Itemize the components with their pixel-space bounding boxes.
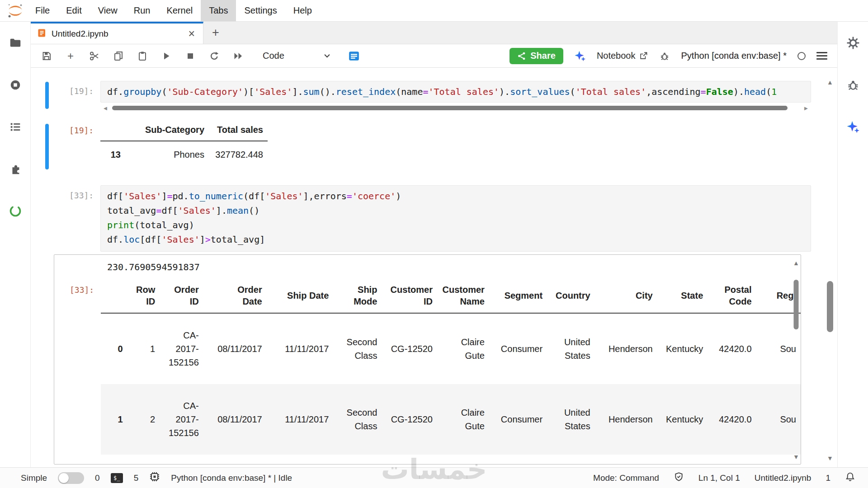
command-mode-indicator[interactable]: Mode: Command	[593, 473, 659, 483]
cursor-position[interactable]: Ln 1, Col 1	[698, 473, 740, 483]
tab-close-icon[interactable]: ×	[186, 28, 197, 39]
scroll-left-icon[interactable]: ◄	[100, 105, 110, 112]
table-cell: 327782.448	[209, 141, 268, 168]
row-index: 1	[101, 384, 127, 455]
table-cell: 08/11/2017	[203, 384, 267, 455]
cut-cell-icon[interactable]	[89, 50, 100, 62]
kernels-count[interactable]: 5	[134, 473, 139, 483]
kernel-status-icon[interactable]	[797, 52, 806, 60]
scroll-down-icon[interactable]: ▼	[826, 455, 835, 462]
add-cell-icon[interactable]: +	[65, 50, 76, 62]
column-header: Order ID	[160, 278, 203, 313]
column-header: Order Date	[203, 278, 267, 313]
running-sessions-icon[interactable]	[5, 74, 26, 96]
tab-untitled2[interactable]: Untitled2.ipynb ×	[31, 22, 203, 44]
restart-run-all-icon[interactable]	[232, 50, 244, 62]
toolbar-right-group: Share Notebook Python [conda env:base] *	[509, 48, 827, 64]
paste-cell-icon[interactable]	[137, 50, 148, 62]
column-header: Ship Mode	[333, 278, 382, 313]
new-tab-button[interactable]: +	[203, 22, 228, 44]
cell-type-value: Code	[263, 51, 284, 61]
row-index: 13	[100, 141, 125, 168]
table-cell: Kentucky	[657, 313, 708, 384]
chevron-down-icon	[324, 53, 330, 58]
output-prompt: [19]:	[69, 126, 94, 135]
table-cell: Consumer	[489, 313, 547, 384]
menu-settings[interactable]: Settings	[236, 0, 285, 21]
notebook-scrollbar: ▲ ▼	[826, 68, 835, 467]
table-cell: CG-12520	[382, 313, 437, 384]
output-prompt: [33]:	[70, 285, 94, 295]
trust-shield-icon[interactable]	[674, 472, 684, 484]
terminal-icon[interactable]: $_	[111, 473, 123, 483]
table-cell: Henderson	[595, 384, 657, 455]
cell-collapser[interactable]	[45, 82, 49, 109]
notifications-count[interactable]: 1	[826, 473, 830, 483]
run-cell-icon[interactable]	[160, 50, 172, 62]
share-icon	[517, 52, 526, 61]
copy-cell-icon[interactable]	[113, 50, 124, 62]
scroll-up-icon[interactable]: ▲	[826, 79, 835, 86]
scroll-down-icon[interactable]: ▼	[793, 453, 800, 460]
table-cell: 08/11/2017	[203, 313, 267, 384]
menu-view[interactable]: View	[90, 0, 126, 21]
output-scrollbar: ▲ ▼	[793, 255, 800, 464]
kernel-name[interactable]: Python [conda env:base] *	[681, 51, 787, 61]
settings-gear-icon[interactable]	[842, 32, 864, 54]
menu-edit[interactable]: Edit	[58, 0, 90, 21]
code-cell-editor[interactable]: df.groupby('Sub-Category')['Sales'].sum(…	[100, 81, 811, 103]
scrollbar-thumb[interactable]	[112, 106, 788, 110]
terminals-count[interactable]: 0	[95, 473, 100, 483]
column-header: Customer ID	[382, 278, 437, 313]
ai-sparkle-icon[interactable]	[574, 50, 586, 62]
column-header: Ship Date	[267, 278, 334, 313]
table-of-contents-icon[interactable]	[5, 116, 26, 138]
code-cell-editor[interactable]: df['Sales']=pd.to_numeric(df['Sales'],er…	[100, 185, 811, 252]
kernel-status-text[interactable]: Python [conda env:base] * | Idle	[171, 473, 292, 483]
code-line: df['Sales']=pd.to_numeric(df['Sales'],er…	[107, 189, 804, 203]
notebook-external-link[interactable]: Notebook	[597, 51, 648, 61]
scroll-right-icon[interactable]: ►	[801, 105, 811, 112]
left-sidebar	[0, 22, 31, 467]
table-cell: 2	[127, 384, 160, 455]
kernel-chip-icon[interactable]	[149, 471, 160, 484]
table-cell: 11/11/2017	[267, 313, 334, 384]
toolbar-menu-icon[interactable]	[816, 52, 827, 60]
debugger-bug-icon[interactable]	[659, 50, 670, 62]
share-button[interactable]: Share	[509, 48, 563, 64]
column-header: City	[595, 278, 657, 313]
loading-spinner-icon[interactable]	[5, 200, 26, 222]
menu-run[interactable]: Run	[126, 0, 159, 21]
column-header: Total sales	[209, 121, 268, 141]
menu-file[interactable]: File	[27, 0, 58, 21]
scroll-up-icon[interactable]: ▲	[793, 259, 800, 267]
file-browser-icon[interactable]	[5, 32, 26, 54]
menu-kernel[interactable]: Kernel	[158, 0, 201, 21]
save-icon[interactable]	[41, 50, 52, 62]
column-header: Country	[547, 278, 595, 313]
output-collapser[interactable]	[45, 124, 49, 169]
code-line: total_avg=df['Sales'].mean()	[107, 203, 804, 218]
scrollbar-track[interactable]	[110, 105, 801, 111]
table-cell: 42420.0	[708, 384, 756, 455]
table-row: 01CA- 2017- 15215608/11/201711/11/2017Se…	[101, 313, 801, 384]
debugger-bug-icon[interactable]	[842, 74, 864, 96]
bell-icon[interactable]	[845, 472, 855, 484]
simple-mode-toggle[interactable]	[58, 472, 84, 484]
scrollbar-thumb[interactable]	[794, 280, 799, 329]
cell-type-dropdown[interactable]: Code	[263, 51, 330, 61]
format-notebook-icon[interactable]	[348, 50, 360, 62]
statusbar-left: Simple 0 $_ 5 Python [conda env:base] * …	[21, 471, 292, 484]
notebook-panel: [19]: df.groupby('Sub-Category')['Sales'…	[31, 68, 837, 467]
restart-kernel-icon[interactable]	[208, 50, 220, 62]
stop-kernel-icon[interactable]	[184, 50, 196, 62]
extensions-icon[interactable]	[5, 158, 26, 180]
menu-items: FileEditViewRunKernelTabsSettingsHelp	[27, 0, 320, 21]
menu-help[interactable]: Help	[285, 0, 320, 21]
menu-tabs[interactable]: Tabs	[201, 0, 236, 21]
ai-sparkle-icon[interactable]	[842, 116, 864, 138]
jupyter-logo-icon	[4, 2, 27, 19]
output-dataframe-small: Sub-CategoryTotal sales13Phones327782.44…	[100, 121, 268, 168]
scrollbar-thumb[interactable]	[827, 281, 833, 332]
status-bar: Simple 0 $_ 5 Python [conda env:base] * …	[0, 467, 868, 488]
